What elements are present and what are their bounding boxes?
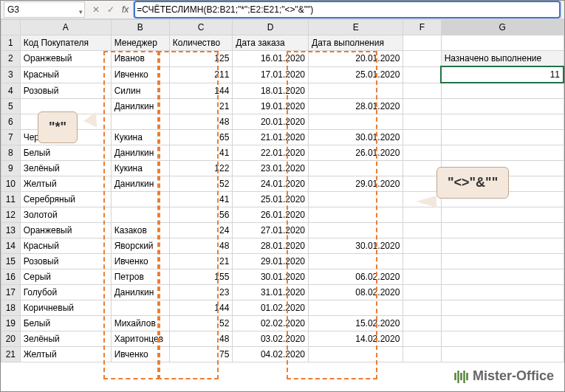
- cell[interactable]: 15.02.2020: [309, 316, 403, 331]
- cell[interactable]: 75: [169, 347, 233, 362]
- cell[interactable]: 28.01.2020: [233, 238, 309, 254]
- cell[interactable]: [403, 130, 441, 145]
- cell[interactable]: [403, 300, 441, 316]
- cell[interactable]: [309, 161, 403, 176]
- select-all-corner[interactable]: [1, 20, 21, 35]
- cell[interactable]: Дата заказа: [233, 35, 309, 51]
- row-header[interactable]: 5: [1, 99, 21, 114]
- cell[interactable]: 16.01.2020: [233, 51, 309, 67]
- cell[interactable]: 25.01.2020: [233, 192, 309, 207]
- cell[interactable]: [403, 347, 441, 362]
- cell[interactable]: [441, 83, 564, 99]
- cell[interactable]: Силин: [111, 83, 169, 99]
- cell[interactable]: [441, 223, 564, 238]
- row-header[interactable]: 16: [1, 269, 21, 285]
- col-header-A[interactable]: A: [20, 20, 111, 35]
- cell[interactable]: 06.02.2020: [309, 269, 403, 285]
- cell[interactable]: 08.02.2020: [309, 285, 403, 300]
- cell[interactable]: Данилкин: [111, 285, 169, 300]
- cell[interactable]: 155: [169, 269, 233, 285]
- cell[interactable]: 28.01.2020: [309, 99, 403, 114]
- cell[interactable]: [403, 269, 441, 285]
- cell[interactable]: [309, 300, 403, 316]
- cell[interactable]: 30.01.2020: [233, 269, 309, 285]
- cell[interactable]: 125: [169, 51, 233, 67]
- cell[interactable]: 31.01.2020: [233, 285, 309, 300]
- cell[interactable]: Золотой: [20, 207, 111, 223]
- col-header-E[interactable]: E: [309, 20, 403, 35]
- cell[interactable]: [403, 161, 441, 176]
- cell[interactable]: Желтый: [20, 176, 111, 192]
- row-header[interactable]: 9: [1, 161, 21, 176]
- row-header[interactable]: 15: [1, 254, 21, 269]
- cell[interactable]: [309, 347, 403, 362]
- cell[interactable]: Данилкин: [111, 176, 169, 192]
- row-header[interactable]: 2: [1, 51, 21, 67]
- cell[interactable]: Количество: [169, 35, 233, 51]
- cell[interactable]: [441, 254, 564, 269]
- cell[interactable]: Голубой: [20, 285, 111, 300]
- cell[interactable]: 144: [169, 83, 233, 99]
- row-header[interactable]: 1: [1, 35, 21, 51]
- cell[interactable]: Менеджер: [111, 35, 169, 51]
- cell[interactable]: Белый: [20, 316, 111, 331]
- row-header[interactable]: 4: [1, 83, 21, 99]
- selected-cell[interactable]: 11: [441, 66, 564, 83]
- cell[interactable]: Розовый: [20, 254, 111, 269]
- cell[interactable]: [403, 331, 441, 347]
- row-header[interactable]: 13: [1, 223, 21, 238]
- cell[interactable]: Желтый: [20, 347, 111, 362]
- cell[interactable]: 26.01.2020: [233, 207, 309, 223]
- cell[interactable]: 02.02.2020: [233, 316, 309, 331]
- cell[interactable]: 21.01.2020: [233, 130, 309, 145]
- cell[interactable]: [403, 207, 441, 223]
- cell[interactable]: [403, 66, 441, 83]
- cell[interactable]: Данилкин: [111, 99, 169, 114]
- cell[interactable]: Ивченко: [111, 66, 169, 83]
- chevron-down-icon[interactable]: ▾: [79, 4, 83, 19]
- row-header[interactable]: 8: [1, 145, 21, 161]
- cell[interactable]: [441, 285, 564, 300]
- row-header[interactable]: 12: [1, 207, 21, 223]
- check-icon[interactable]: ✓: [107, 4, 114, 15]
- cell[interactable]: [441, 145, 564, 161]
- cell[interactable]: [309, 83, 403, 99]
- cell[interactable]: 17.01.2020: [233, 66, 309, 83]
- cell[interactable]: 20.01.2020: [309, 51, 403, 67]
- cell[interactable]: [403, 223, 441, 238]
- cell[interactable]: [309, 254, 403, 269]
- cell[interactable]: [403, 99, 441, 114]
- cell[interactable]: 23: [169, 285, 233, 300]
- cell[interactable]: [403, 285, 441, 300]
- row-header[interactable]: 14: [1, 238, 21, 254]
- cancel-icon[interactable]: ✕: [92, 4, 100, 15]
- cell[interactable]: [403, 316, 441, 331]
- cell[interactable]: Серебряный: [20, 192, 111, 207]
- cell[interactable]: [441, 99, 564, 114]
- col-header-F[interactable]: F: [403, 20, 441, 35]
- formula-bar[interactable]: =СЧЁТЕСЛИМН(B2:B21;"*";E2:E21;"<>"&""): [133, 1, 561, 18]
- cell[interactable]: 52: [169, 316, 233, 331]
- cell[interactable]: [441, 114, 564, 130]
- cell[interactable]: 24: [169, 223, 233, 238]
- cell[interactable]: 30.01.2020: [309, 130, 403, 145]
- cell[interactable]: Код Покупателя: [20, 35, 111, 51]
- cell[interactable]: Кукина: [111, 161, 169, 176]
- row-header[interactable]: 18: [1, 300, 21, 316]
- cell[interactable]: 211: [169, 66, 233, 83]
- cell[interactable]: Кукина: [111, 130, 169, 145]
- cell[interactable]: [441, 331, 564, 347]
- cell[interactable]: 25.01.2020: [309, 66, 403, 83]
- col-header-C[interactable]: C: [169, 20, 233, 35]
- cell[interactable]: 26.01.2020: [309, 145, 403, 161]
- cell[interactable]: Оранжевый: [20, 223, 111, 238]
- cell[interactable]: Серый: [20, 269, 111, 285]
- cell[interactable]: [403, 35, 441, 51]
- cell[interactable]: 65: [169, 130, 233, 145]
- cell[interactable]: [441, 300, 564, 316]
- cell[interactable]: 27.01.2020: [233, 223, 309, 238]
- cell[interactable]: [441, 269, 564, 285]
- cell[interactable]: [111, 300, 169, 316]
- cell[interactable]: [441, 316, 564, 331]
- cell[interactable]: 122: [169, 161, 233, 176]
